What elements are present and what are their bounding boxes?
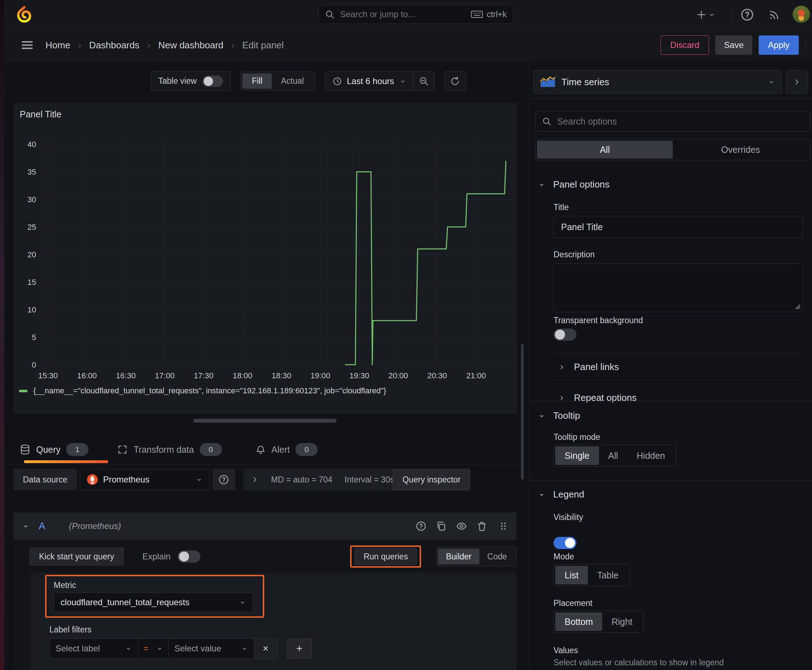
actions-divider bbox=[805, 37, 805, 52]
run-queries-button[interactable]: Run queries bbox=[354, 548, 417, 565]
scrollbar-thumb[interactable] bbox=[521, 343, 524, 480]
section-panel-options[interactable]: Panel options bbox=[538, 179, 610, 190]
tab-query-count: 1 bbox=[66, 443, 88, 456]
tab-alert-label: Alert bbox=[271, 445, 290, 455]
drag-handle-icon[interactable] bbox=[499, 521, 508, 531]
datasource-help-button[interactable] bbox=[212, 469, 235, 490]
legend-mode-list[interactable]: List bbox=[555, 566, 588, 584]
tab-transform-label: Transform data bbox=[134, 445, 194, 455]
panel-options-title: Panel options bbox=[553, 179, 610, 190]
transparent-bg-toggle[interactable] bbox=[554, 328, 576, 341]
code-option[interactable]: Code bbox=[480, 549, 515, 564]
select-value-dropdown[interactable]: Select value bbox=[168, 638, 254, 658]
options-search[interactable] bbox=[535, 111, 810, 132]
pane-resizer-handle[interactable] bbox=[193, 419, 337, 423]
visibility-toggle[interactable] bbox=[554, 537, 576, 549]
global-search[interactable]: ctrl+k bbox=[318, 5, 514, 24]
description-textarea[interactable] bbox=[554, 264, 803, 312]
placement-switch: Bottom Right bbox=[554, 611, 644, 633]
toggle-visibility-icon[interactable] bbox=[456, 521, 467, 531]
svg-text:15:30: 15:30 bbox=[38, 371, 58, 380]
table-view-toggle[interactable] bbox=[202, 76, 223, 87]
query-inspector-button[interactable]: Query inspector bbox=[393, 469, 470, 490]
top-bar: ctrl+k bbox=[4, 0, 812, 29]
placement-bottom[interactable]: Bottom bbox=[555, 612, 602, 631]
tab-transform[interactable]: Transform data 0 bbox=[117, 437, 222, 462]
news-icon[interactable] bbox=[768, 8, 780, 21]
tooltip-mode-all[interactable]: All bbox=[599, 446, 627, 465]
svg-text:20:00: 20:00 bbox=[388, 371, 408, 380]
svg-text:16:00: 16:00 bbox=[77, 371, 97, 380]
actual-option[interactable]: Actual bbox=[272, 73, 313, 89]
viz-picker[interactable]: Time series bbox=[533, 70, 782, 94]
breadcrumb-separator: › bbox=[231, 40, 234, 51]
options-search-input[interactable] bbox=[556, 116, 804, 127]
fill-option[interactable]: Fill bbox=[242, 73, 271, 89]
tab-alert[interactable]: Alert 0 bbox=[256, 437, 317, 462]
time-range-picker[interactable]: Last 6 hours bbox=[325, 71, 414, 91]
tab-alert-count: 0 bbox=[295, 443, 317, 456]
query-row-header[interactable]: A (Prometheus) bbox=[14, 513, 517, 540]
tab-query[interactable]: Query 1 bbox=[20, 437, 88, 462]
legend-series-label[interactable]: {__name__="cloudflared_tunnel_total_requ… bbox=[33, 386, 387, 396]
database-icon bbox=[20, 444, 31, 455]
time-range-group: Last 6 hours bbox=[325, 71, 434, 91]
svg-text:0: 0 bbox=[32, 360, 36, 369]
section-tooltip[interactable]: Tooltip bbox=[538, 410, 580, 421]
section-legend[interactable]: Legend bbox=[538, 489, 584, 500]
panel-preview[interactable]: Panel Title 051015202530354015:3016:0016… bbox=[14, 103, 517, 413]
toggle-pane-button[interactable] bbox=[786, 70, 808, 94]
legend-mode-table[interactable]: Table bbox=[588, 566, 628, 584]
kick-start-button[interactable]: Kick start your query bbox=[29, 548, 124, 565]
add-menu-button[interactable] bbox=[696, 8, 715, 22]
chart-legend[interactable]: {__name__="cloudflared_tunnel_total_requ… bbox=[19, 386, 387, 396]
title-label: Title bbox=[554, 203, 569, 212]
expand-stats-icon[interactable] bbox=[251, 475, 259, 484]
visual-query-builder: Metric cloudflared_tunnel_total_requests… bbox=[31, 573, 517, 670]
explain-toggle[interactable] bbox=[178, 550, 200, 563]
zoom-out-button[interactable] bbox=[414, 71, 434, 91]
breadcrumb-home[interactable]: Home bbox=[46, 40, 70, 51]
discard-button[interactable]: Discard bbox=[661, 36, 709, 55]
apply-button[interactable]: Apply bbox=[759, 36, 799, 55]
delete-query-icon[interactable] bbox=[476, 521, 487, 531]
builder-option[interactable]: Builder bbox=[438, 549, 480, 564]
clock-icon bbox=[332, 76, 342, 86]
datasource-picker[interactable]: Prometheus bbox=[80, 469, 209, 490]
add-filter-button[interactable]: + bbox=[287, 638, 312, 658]
tooltip-mode-hidden[interactable]: Hidden bbox=[627, 446, 674, 465]
svg-text:20:30: 20:30 bbox=[427, 371, 447, 380]
values-label: Values bbox=[554, 646, 578, 655]
select-label-dropdown[interactable]: Select label bbox=[49, 638, 138, 658]
svg-text:18:00: 18:00 bbox=[233, 371, 253, 380]
section-repeat-options[interactable]: Repeat options bbox=[558, 392, 637, 403]
duplicate-query-icon[interactable] bbox=[436, 521, 446, 531]
remove-filter-button[interactable]: × bbox=[254, 638, 278, 658]
panel-links-title: Panel links bbox=[574, 362, 619, 372]
tab-overrides[interactable]: Overrides bbox=[673, 140, 809, 159]
placement-right[interactable]: Right bbox=[602, 612, 642, 631]
operator-dropdown[interactable]: = bbox=[138, 638, 169, 658]
panel-title-input[interactable] bbox=[554, 216, 803, 238]
section-panel-links[interactable]: Panel links bbox=[558, 362, 619, 372]
help-icon[interactable] bbox=[741, 8, 754, 22]
save-button[interactable]: Save bbox=[715, 36, 752, 55]
legend-mode-label: Mode bbox=[554, 552, 574, 562]
time-series-chart[interactable]: 051015202530354015:3016:0016:3017:0017:3… bbox=[14, 103, 516, 386]
table-view-control[interactable]: Table view bbox=[151, 71, 231, 91]
tooltip-mode-single[interactable]: Single bbox=[555, 446, 599, 465]
avatar[interactable] bbox=[793, 6, 810, 23]
global-search-input[interactable] bbox=[339, 9, 471, 20]
collapse-query-icon[interactable] bbox=[22, 523, 29, 530]
breadcrumb-dashboards[interactable]: Dashboards bbox=[89, 40, 139, 51]
breadcrumb-new-dashboard[interactable]: New dashboard bbox=[158, 40, 224, 51]
grafana-logo[interactable] bbox=[15, 5, 33, 24]
datasource-value: Prometheus bbox=[103, 475, 195, 485]
query-help-icon[interactable] bbox=[416, 521, 426, 531]
datasource-label-text: Data source bbox=[23, 475, 67, 485]
menu-icon[interactable] bbox=[20, 39, 34, 52]
query-ref-id[interactable]: A bbox=[39, 520, 46, 532]
tab-all[interactable]: All bbox=[537, 140, 673, 159]
refresh-button[interactable] bbox=[444, 71, 466, 91]
metric-select[interactable]: cloudflared_tunnel_total_requests bbox=[54, 593, 253, 612]
